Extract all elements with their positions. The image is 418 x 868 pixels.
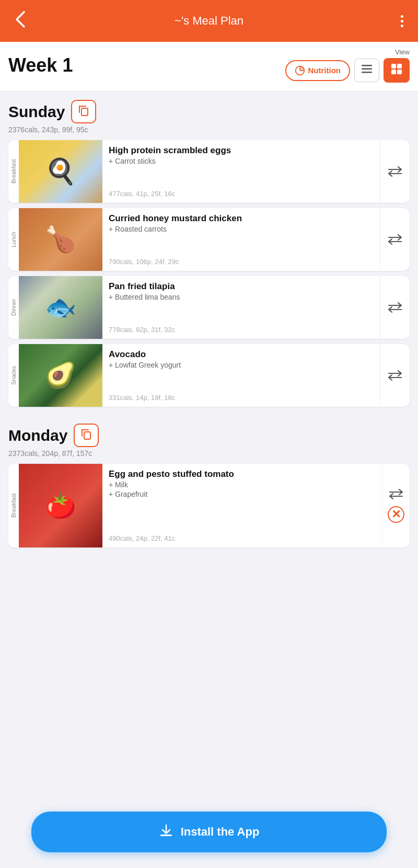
snacks-addon-0: + Lowfat Greek yogurt [109, 361, 374, 369]
sunday-header: Sunday [8, 100, 410, 123]
monday-breakfast-macros: 490cals, 24p, 22f, 41c [109, 534, 376, 542]
week-header: Week 1 View Nutrition [0, 42, 418, 92]
menu-button[interactable] [397, 11, 408, 31]
breakfast-image: 🍳 [19, 140, 102, 203]
svg-rect-7 [397, 64, 402, 68]
lunch-meal-name: Curried honey mustard chicken [109, 213, 374, 224]
lunch-swap-button[interactable] [380, 208, 410, 271]
snacks-label: Snacks [8, 344, 19, 407]
monday-breakfast-addon-0: + Milk [109, 481, 376, 489]
install-icon [159, 823, 173, 841]
sunday-breakfast-card: Breakfast 🍳 High protein scrambled eggs … [8, 140, 410, 203]
breakfast-emoji: 🍳 [45, 157, 76, 186]
monday-breakfast-info: Egg and pesto stuffed tomato + Milk + Gr… [102, 464, 382, 547]
svg-rect-10 [82, 108, 88, 116]
lunch-label: Lunch [8, 208, 19, 271]
svg-rect-3 [362, 65, 372, 66]
monday-breakfast-remove-button[interactable]: ✕ [388, 506, 404, 523]
week-title: Week 1 [8, 54, 73, 76]
snacks-macros: 331cals, 14p, 19f, 18c [109, 394, 374, 402]
sunday-dinner-card: Dinner 🐟 Pan fried tilapia + Buttered li… [8, 276, 410, 339]
view-controls: View Nutrition [285, 48, 410, 83]
svg-rect-12 [160, 835, 172, 836]
monday-breakfast-swap-button[interactable] [389, 488, 403, 502]
svg-rect-6 [391, 64, 396, 68]
install-button[interactable]: Install the App [31, 812, 387, 852]
svg-rect-5 [362, 72, 372, 73]
lunch-macros: 790cals, 106p, 24f, 29c [109, 258, 374, 266]
bottom-spacer [0, 553, 418, 615]
breakfast-label: Breakfast [8, 140, 19, 203]
dinner-label: Dinner [8, 276, 19, 339]
lunch-image: 🍗 [19, 208, 102, 271]
sunday-lunch-card: Lunch 🍗 Curried honey mustard chicken + … [8, 208, 410, 271]
monday-section: Monday 2373cals, 204p, 87f, 157c Breakfa… [0, 415, 418, 547]
monday-breakfast-addon-1: + Grapefruit [109, 490, 376, 498]
dinner-macros: 778cals, 82p, 31f, 32c [109, 326, 374, 334]
nutrition-label: Nutrition [308, 66, 341, 75]
sunday-title: Sunday [8, 103, 65, 121]
monday-copy-button[interactable] [74, 424, 99, 447]
dinner-swap-button[interactable] [380, 276, 410, 339]
back-button[interactable] [10, 6, 30, 37]
install-label: Install the App [181, 825, 260, 839]
monday-stats: 2373cals, 204p, 87f, 157c [8, 449, 410, 458]
snacks-info: Avocado + Lowfat Greek yogurt 331cals, 1… [102, 344, 380, 407]
breakfast-addon-0: + Carrot sticks [109, 157, 374, 165]
dinner-addon-0: + Buttered lima beans [109, 293, 374, 301]
snacks-swap-button[interactable] [380, 344, 410, 407]
svg-rect-4 [362, 68, 372, 70]
monday-breakfast-card: Breakfast 🍅 Egg and pesto stuffed tomato… [8, 464, 410, 547]
view-label: View [395, 48, 410, 56]
dinner-emoji: 🐟 [45, 293, 76, 322]
snacks-meal-name: Avocado [109, 349, 374, 360]
app-header: ~'s Meal Plan [0, 0, 418, 42]
monday-title: Monday [8, 427, 67, 444]
sunday-copy-button[interactable] [71, 100, 96, 123]
monday-breakfast-swap-group: ✕ [382, 464, 410, 547]
view-button-group: Nutrition [285, 58, 410, 83]
monday-breakfast-name: Egg and pesto stuffed tomato [109, 469, 376, 479]
lunch-addon-0: + Roasted carrots [109, 225, 374, 233]
nutrition-button[interactable]: Nutrition [285, 60, 350, 81]
header-title: ~'s Meal Plan [175, 14, 243, 28]
snacks-image: 🥑 [19, 344, 102, 407]
dinner-meal-name: Pan fried tilapia [109, 281, 374, 292]
grid-view-button[interactable] [384, 58, 410, 83]
svg-rect-11 [84, 432, 90, 439]
snacks-emoji: 🥑 [45, 361, 76, 390]
lunch-emoji: 🍗 [45, 225, 76, 254]
monday-breakfast-emoji: 🍅 [45, 491, 76, 520]
sunday-snacks-card: Snacks 🥑 Avocado + Lowfat Greek yogurt 3… [8, 344, 410, 407]
monday-breakfast-image: 🍅 [19, 464, 102, 547]
breakfast-info: High protein scrambled eggs + Carrot sti… [102, 140, 380, 203]
breakfast-swap-button[interactable] [380, 140, 410, 203]
install-bar: Install the App [31, 812, 387, 852]
monday-breakfast-label: Breakfast [8, 464, 19, 547]
svg-rect-8 [391, 70, 396, 74]
lunch-info: Curried honey mustard chicken + Roasted … [102, 208, 380, 271]
monday-header: Monday [8, 424, 410, 447]
breakfast-meal-name: High protein scrambled eggs [109, 145, 374, 156]
breakfast-macros: 477cals, 41p, 25f, 16c [109, 190, 374, 198]
dinner-info: Pan fried tilapia + Buttered lima beans … [102, 276, 380, 339]
list-view-button[interactable] [354, 59, 379, 82]
dinner-image: 🐟 [19, 276, 102, 339]
sunday-section: Sunday 2376cals, 243p, 99f, 95c Breakfas… [0, 92, 418, 407]
svg-rect-9 [397, 70, 402, 74]
sunday-stats: 2376cals, 243p, 99f, 95c [8, 125, 410, 134]
